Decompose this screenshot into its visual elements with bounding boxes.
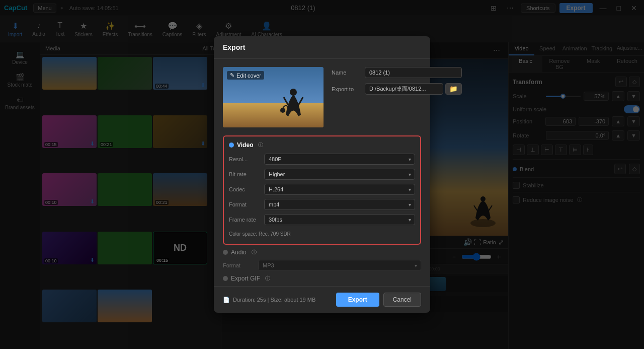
audio-format-row: Format MP3AACWAV: [223, 260, 421, 271]
folder-button[interactable]: 📁: [445, 83, 462, 95]
name-input[interactable]: [365, 67, 462, 78]
format-select[interactable]: mp4movavi: [264, 199, 415, 210]
modal-preview: ✎ Edit cover: [223, 67, 324, 127]
modal-body: ✎ Edit cover Name Export to 📁: [214, 59, 430, 135]
gif-section: Export GIF ⓘ: [223, 275, 421, 282]
edit-cover-button[interactable]: ✎ Edit cover: [227, 71, 264, 80]
resolution-select[interactable]: 480P720P1080P2K4K: [264, 154, 415, 165]
format-select-wrapper: mp4movavi: [264, 199, 415, 210]
audio-section-title: Audio: [231, 249, 247, 256]
color-space-label: Color space: Rec. 709 SDR: [229, 229, 415, 239]
modal-overlay[interactable]: Export ✎ Edit: [0, 0, 644, 349]
export-modal-button[interactable]: Export: [336, 293, 379, 307]
modal-form: Name Export to 📁: [332, 67, 462, 127]
audio-info-icon: ⓘ: [252, 249, 257, 256]
resolution-select-wrapper: 480P720P1080P2K4K: [264, 154, 415, 165]
codec-label: Codec: [229, 186, 264, 192]
video-section-header: Video ⓘ: [229, 142, 415, 149]
duration-size-text: Duration: 25s | Size: about 19 MB: [233, 297, 315, 303]
bitrate-select[interactable]: HigherHighMediumLow: [264, 169, 415, 180]
video-active-dot: [229, 143, 234, 148]
footer-duration-info: 📄 Duration: 25s | Size: about 19 MB: [223, 297, 315, 303]
pencil-icon: ✎: [230, 72, 234, 79]
cancel-modal-button[interactable]: Cancel: [383, 293, 421, 307]
audio-settings-section: Audio ⓘ Format MP3AACWAV: [223, 249, 421, 271]
audio-format-label: Format: [223, 262, 258, 268]
audio-section-header: Audio ⓘ: [223, 249, 421, 256]
video-section-info: ⓘ: [258, 142, 263, 149]
export-path-input[interactable]: [365, 83, 443, 95]
preview-thumbnail[interactable]: ✎ Edit cover: [223, 67, 324, 127]
codec-select[interactable]: H.264H.265ProRes: [264, 184, 415, 195]
format-row: Format mp4movavi: [229, 199, 415, 210]
svg-point-3: [280, 108, 285, 113]
video-settings-box: Video ⓘ Resol... 480P720P1080P2K4K Bit r…: [223, 135, 421, 245]
modal-settings-scroll: Video ⓘ Resol... 480P720P1080P2K4K Bit r…: [214, 135, 430, 286]
export-to-label: Export to: [332, 86, 362, 92]
name-label: Name: [332, 69, 362, 76]
bitrate-select-wrapper: HigherHighMediumLow: [264, 169, 415, 180]
preview-silhouette: [276, 82, 311, 120]
export-path-field: 📁: [365, 83, 462, 95]
footer-actions: Export Cancel: [336, 293, 421, 307]
svg-point-2: [290, 89, 297, 96]
framerate-select-wrapper: 30fps24fps60fps: [264, 214, 415, 225]
resolution-label: Resol...: [229, 156, 264, 162]
audio-dot: [223, 250, 228, 255]
bitrate-label: Bit rate: [229, 171, 264, 177]
framerate-row: Frame rate 30fps24fps60fps: [229, 214, 415, 225]
export-to-row: Export to 📁: [332, 83, 462, 95]
bitrate-row: Bit rate HigherHighMediumLow: [229, 169, 415, 180]
name-row: Name: [332, 67, 462, 78]
codec-row: Codec H.264H.265ProRes: [229, 184, 415, 195]
modal-footer: 📄 Duration: 25s | Size: about 19 MB Expo…: [214, 286, 430, 313]
format-label: Format: [229, 201, 264, 207]
audio-format-select-wrapper: MP3AACWAV: [258, 260, 421, 271]
framerate-select[interactable]: 30fps24fps60fps: [264, 214, 415, 225]
audio-format-select[interactable]: MP3AACWAV: [258, 260, 421, 271]
resolution-row: Resol... 480P720P1080P2K4K: [229, 154, 415, 165]
modal-title: Export: [214, 36, 430, 59]
gif-info-icon: ⓘ: [265, 275, 270, 282]
gif-dot: [223, 276, 228, 281]
framerate-label: Frame rate: [229, 217, 264, 223]
export-modal: Export ✎ Edit: [214, 36, 430, 313]
file-icon: 📄: [223, 297, 230, 303]
codec-select-wrapper: H.264H.265ProRes: [264, 184, 415, 195]
gif-section-title: Export GIF: [231, 275, 260, 282]
video-section-title: Video: [237, 142, 253, 149]
